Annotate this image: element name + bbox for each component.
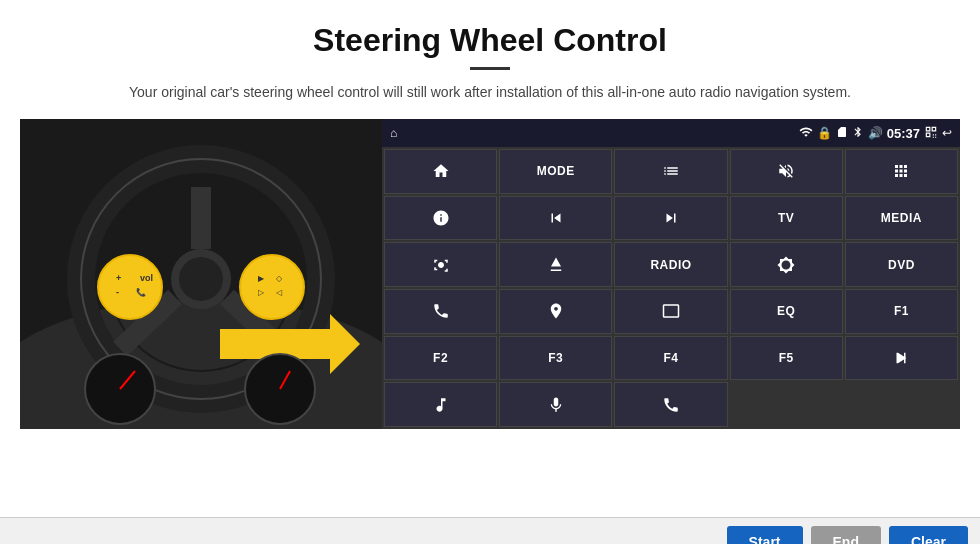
btn-tv[interactable]: TV <box>730 196 843 241</box>
svg-text:-: - <box>116 287 119 297</box>
page-subtitle: Your original car's steering wheel contr… <box>0 82 980 103</box>
clear-button[interactable]: Clear <box>889 526 968 544</box>
title-underline <box>470 67 510 70</box>
svg-text:◁: ◁ <box>276 288 283 297</box>
btn-f3[interactable]: F3 <box>499 336 612 381</box>
btn-music[interactable] <box>384 382 497 427</box>
svg-point-10 <box>98 255 162 319</box>
svg-point-15 <box>240 255 304 319</box>
status-time: 05:37 <box>887 126 920 141</box>
panel-grid: MODE <box>382 147 960 429</box>
svg-text:📞: 📞 <box>136 287 146 297</box>
status-right: 🔒 🔊 05:37 ↩ <box>799 125 952 142</box>
svg-text:▷: ▷ <box>258 288 265 297</box>
btn-eject[interactable] <box>499 242 612 287</box>
svg-text:◇: ◇ <box>276 274 283 283</box>
btn-next[interactable] <box>614 196 727 241</box>
btn-mute[interactable] <box>730 149 843 194</box>
btn-media[interactable]: MEDIA <box>845 196 958 241</box>
btn-home[interactable] <box>384 149 497 194</box>
btn-f1[interactable]: F1 <box>845 289 958 334</box>
wifi-icon <box>799 125 813 142</box>
sd-icon <box>836 126 848 141</box>
radio-panel: ⌂ 🔒 🔊 05:37 <box>382 119 960 429</box>
btn-call-end[interactable] <box>614 382 727 427</box>
steering-wheel-image: + vol - 📞 ▶ ◇ ▷ ◁ <box>20 119 382 429</box>
btn-mode[interactable]: MODE <box>499 149 612 194</box>
svg-text:vol: vol <box>140 273 153 283</box>
btn-f5[interactable]: F5 <box>730 336 843 381</box>
btn-settings[interactable] <box>384 196 497 241</box>
btn-list[interactable] <box>614 149 727 194</box>
btn-dvd[interactable]: DVD <box>845 242 958 287</box>
svg-point-6 <box>179 257 223 301</box>
btn-f4[interactable]: F4 <box>614 336 727 381</box>
btn-prev[interactable] <box>499 196 612 241</box>
btn-f2[interactable]: F2 <box>384 336 497 381</box>
page-title: Steering Wheel Control <box>0 22 980 59</box>
back-icon: ↩ <box>942 126 952 140</box>
volume-icon: 🔊 <box>868 126 883 140</box>
end-button[interactable]: End <box>811 526 881 544</box>
svg-text:▶: ▶ <box>258 274 265 283</box>
svg-text:+: + <box>116 273 121 283</box>
btn-screen[interactable] <box>614 289 727 334</box>
btn-eq[interactable]: EQ <box>730 289 843 334</box>
btn-mic[interactable] <box>499 382 612 427</box>
btn-brightness[interactable] <box>730 242 843 287</box>
btn-360[interactable] <box>384 242 497 287</box>
home-icon: ⌂ <box>390 126 397 140</box>
content-area: + vol - 📞 ▶ ◇ ▷ ◁ <box>20 119 960 429</box>
page-wrapper: Steering Wheel Control Your original car… <box>0 22 980 544</box>
btn-phone[interactable] <box>384 289 497 334</box>
bottom-bar: Start End Clear <box>0 517 980 544</box>
btn-apps[interactable] <box>845 149 958 194</box>
start-button[interactable]: Start <box>727 526 803 544</box>
btn-radio[interactable]: RADIO <box>614 242 727 287</box>
btn-playpause[interactable] <box>845 336 958 381</box>
lock-icon: 🔒 <box>817 126 832 140</box>
window-icon <box>924 125 938 142</box>
panel-statusbar: ⌂ 🔒 🔊 05:37 <box>382 119 960 147</box>
status-left: ⌂ <box>390 126 397 140</box>
btn-swipe[interactable] <box>499 289 612 334</box>
bluetooth-icon <box>852 126 864 141</box>
